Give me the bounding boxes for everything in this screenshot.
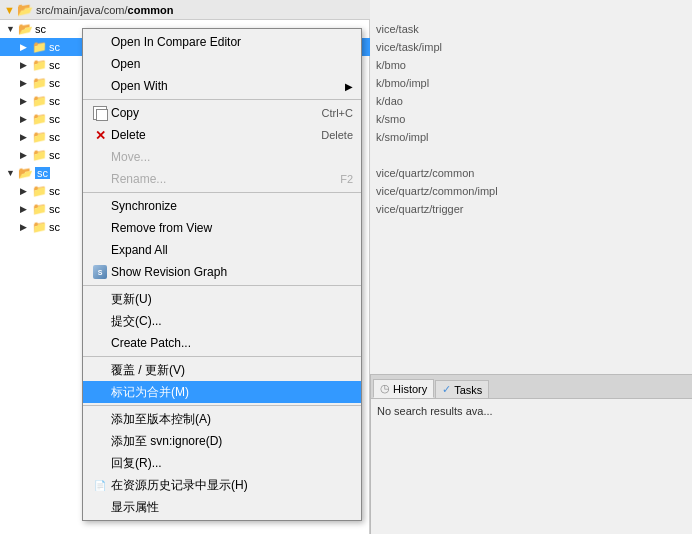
tab-history-label: History: [393, 383, 427, 395]
menu-label-show-props: 显示属性: [111, 499, 159, 516]
menu-label-move: Move...: [111, 150, 150, 164]
svn-revision-icon: S: [91, 265, 109, 279]
menu-separator: [83, 356, 361, 357]
breadcrumb-suffix: common: [128, 4, 174, 16]
right-tree-row: vice/quartz/common/impl: [372, 182, 692, 200]
expand-arrow: ▼: [6, 168, 16, 178]
tab-tasks-label: Tasks: [454, 384, 482, 396]
right-tree-row: k/dao: [372, 92, 692, 110]
folder-icon: ▼: [4, 4, 15, 16]
menu-label-update-zh: 更新(U): [111, 291, 152, 308]
expand-arrow: ▶: [20, 204, 30, 214]
menu-label-show-revision: Show Revision Graph: [111, 265, 227, 279]
folder-icon: 📁: [32, 40, 47, 54]
menu-label-mark-merge: 标记为合并(M): [111, 384, 189, 401]
right-tree-row: vice/task: [372, 20, 692, 38]
menu-label-revert-update: 覆盖 / 更新(V): [111, 362, 185, 379]
folder-icon: 📁: [32, 130, 47, 144]
right-tree-panel: vice/task vice/task/impl k/bmo k/bmo/imp…: [372, 20, 692, 218]
menu-label-remove-view: Remove from View: [111, 221, 212, 235]
menu-item-synchronize[interactable]: Synchronize: [83, 195, 361, 217]
folder-open-icon: 📂: [18, 166, 33, 180]
shortcut-copy: Ctrl+C: [322, 107, 353, 119]
folder-icon: 📁: [32, 184, 47, 198]
menu-item-rename[interactable]: Rename... F2: [83, 168, 361, 190]
menu-label-synchronize: Synchronize: [111, 199, 177, 213]
menu-label-add-svnignore: 添加至 svn:ignore(D): [111, 433, 222, 450]
menu-item-mark-merge[interactable]: 标记为合并(M): [83, 381, 361, 403]
menu-item-show-history[interactable]: 📄 在资源历史记录中显示(H): [83, 474, 361, 496]
menu-item-delete[interactable]: ✕ Delete Delete: [83, 124, 361, 146]
folder-icon: 📁: [32, 58, 47, 72]
shortcut-rename: F2: [340, 173, 353, 185]
menu-item-update-zh[interactable]: 更新(U): [83, 288, 361, 310]
menu-item-show-revision[interactable]: S Show Revision Graph: [83, 261, 361, 283]
context-menu: Open In Compare Editor Open Open With ▶ …: [82, 28, 362, 521]
folder-icon: 📁: [32, 112, 47, 126]
panel-content: No search results ava...: [371, 399, 692, 423]
menu-item-add-svnignore[interactable]: 添加至 svn:ignore(D): [83, 430, 361, 452]
menu-label-commit-zh: 提交(C)...: [111, 313, 162, 330]
right-tree-row: vice/quartz/common: [372, 164, 692, 182]
menu-label-show-history: 在资源历史记录中显示(H): [111, 477, 248, 494]
right-tree-row: k/smo/impl: [372, 128, 692, 146]
right-tree-row: vice/task/impl: [372, 38, 692, 56]
folder-icon: 📁: [32, 94, 47, 108]
menu-label-revert: 回复(R)...: [111, 455, 162, 472]
menu-label-open-with: Open With: [111, 79, 168, 93]
menu-label-open-compare: Open In Compare Editor: [111, 35, 241, 49]
expand-arrow: ▶: [20, 42, 30, 52]
right-tree-row: k/bmo: [372, 56, 692, 74]
menu-label-add-vc: 添加至版本控制(A): [111, 411, 211, 428]
folder-icon: 📁: [32, 76, 47, 90]
expand-arrow: ▼: [6, 24, 16, 34]
menu-item-commit-zh[interactable]: 提交(C)...: [83, 310, 361, 332]
menu-separator: [83, 99, 361, 100]
expand-arrow: ▶: [20, 132, 30, 142]
folder-open-icon: 📂: [18, 22, 33, 36]
menu-item-move[interactable]: Move...: [83, 146, 361, 168]
right-tree-row: vice/quartz/trigger: [372, 200, 692, 218]
folder-icon: 📁: [32, 220, 47, 234]
menu-separator: [83, 405, 361, 406]
expand-arrow: ▶: [20, 222, 30, 232]
expand-arrow: ▶: [20, 114, 30, 124]
menu-item-revert-update[interactable]: 覆盖 / 更新(V): [83, 359, 361, 381]
copy-icon: [91, 106, 109, 120]
menu-label-rename: Rename...: [111, 172, 166, 186]
menu-item-show-props[interactable]: 显示属性: [83, 496, 361, 518]
expand-arrow: ▶: [20, 186, 30, 196]
expand-arrow: ▶: [20, 78, 30, 88]
delete-icon: ✕: [91, 128, 109, 143]
menu-item-open[interactable]: Open: [83, 53, 361, 75]
right-tree-row: k/bmo/impl: [372, 74, 692, 92]
expand-arrow: ▶: [20, 150, 30, 160]
menu-label-copy: Copy: [111, 106, 139, 120]
breadcrumb: ▼ 📂 src/main/java/com/ common: [0, 0, 370, 20]
menu-label-open: Open: [111, 57, 140, 71]
menu-item-create-patch[interactable]: Create Patch...: [83, 332, 361, 354]
menu-item-copy[interactable]: Copy Ctrl+C: [83, 102, 361, 124]
expand-arrow: ▶: [20, 60, 30, 70]
shortcut-delete: Delete: [321, 129, 353, 141]
menu-item-revert[interactable]: 回复(R)...: [83, 452, 361, 474]
menu-item-open-with[interactable]: Open With ▶: [83, 75, 361, 97]
menu-icon-show-history: 📄: [91, 480, 109, 491]
menu-item-expand-all[interactable]: Expand All: [83, 239, 361, 261]
tab-tasks[interactable]: ✓ Tasks: [435, 380, 489, 398]
bottom-right-panel: ◷ History ✓ Tasks No search results ava.…: [370, 374, 692, 534]
tab-history[interactable]: ◷ History: [373, 379, 434, 398]
right-tree-row: k/smo: [372, 110, 692, 128]
menu-item-open-compare[interactable]: Open In Compare Editor: [83, 31, 361, 53]
folder-icon: 📁: [32, 202, 47, 216]
right-tree-row: [372, 146, 692, 164]
menu-label-create-patch: Create Patch...: [111, 336, 191, 350]
tab-bar: ◷ History ✓ Tasks: [371, 375, 692, 399]
menu-item-remove-view[interactable]: Remove from View: [83, 217, 361, 239]
open-folder-icon: 📂: [17, 2, 33, 17]
menu-item-add-vc[interactable]: 添加至版本控制(A): [83, 408, 361, 430]
breadcrumb-path: src/main/java/com/: [36, 4, 128, 16]
menu-separator: [83, 285, 361, 286]
no-results-text: No search results ava...: [377, 405, 493, 417]
menu-label-expand-all: Expand All: [111, 243, 168, 257]
